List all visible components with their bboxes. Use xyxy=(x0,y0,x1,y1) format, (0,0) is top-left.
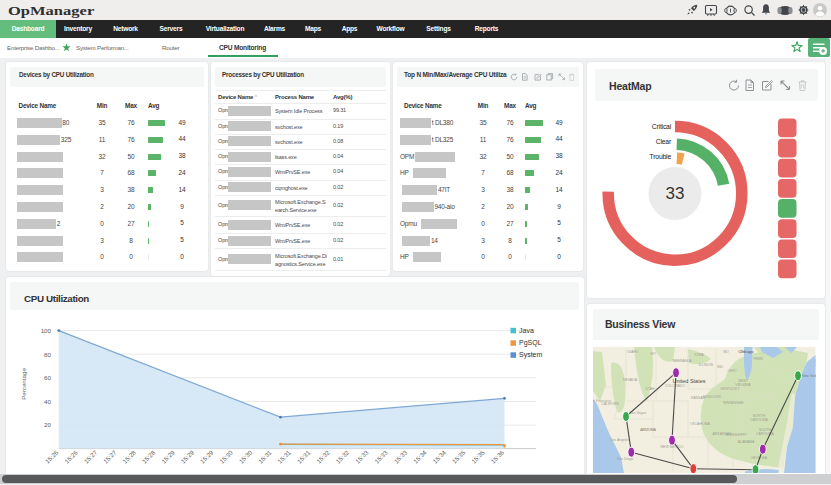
svg-text:100: 100 xyxy=(40,327,51,334)
svg-text:15:31: 15:31 xyxy=(256,449,272,465)
svg-text:PgSQL: PgSQL xyxy=(519,340,542,348)
svg-text:ILLINOIS: ILLINOIS xyxy=(699,363,714,367)
svg-text:15:34: 15:34 xyxy=(431,449,447,465)
svg-text:15:33: 15:33 xyxy=(353,449,369,465)
svg-text:15:35: 15:35 xyxy=(450,449,466,465)
svg-text:15:27: 15:27 xyxy=(82,449,98,465)
svg-text:Percentage: Percentage xyxy=(20,368,27,400)
svg-text:15:30: 15:30 xyxy=(218,449,234,465)
svg-text:KENTUCKY: KENTUCKY xyxy=(720,387,740,391)
svg-text:NEBRASKA: NEBRASKA xyxy=(672,359,692,363)
svg-text:20: 20 xyxy=(44,422,51,429)
svg-text:Java: Java xyxy=(519,327,534,334)
svg-text:OKLAHOMA: OKLAHOMA xyxy=(690,422,711,426)
svg-text:15:28: 15:28 xyxy=(140,449,156,465)
svg-text:15:31: 15:31 xyxy=(276,449,292,465)
svg-text:15:32: 15:32 xyxy=(314,449,330,465)
svg-text:IDAHO: IDAHO xyxy=(627,350,638,354)
svg-text:MO: MO xyxy=(723,350,729,354)
svg-text:OHIO: OHIO xyxy=(728,369,737,373)
svg-text:15:27: 15:27 xyxy=(101,449,117,465)
svg-text:33: 33 xyxy=(666,185,685,204)
svg-text:15:26: 15:26 xyxy=(63,449,79,465)
svg-text:PENN: PENN xyxy=(753,357,763,361)
svg-text:15:35: 15:35 xyxy=(469,449,485,465)
svg-text:15:36: 15:36 xyxy=(489,449,505,465)
svg-text:Chicago: Chicago xyxy=(738,349,754,354)
svg-text:United States: United States xyxy=(672,378,705,384)
svg-text:UTAH: UTAH xyxy=(645,387,655,391)
svg-text:MISSOURI: MISSOURI xyxy=(703,395,720,399)
svg-text:15:33: 15:33 xyxy=(373,449,389,465)
svg-text:15:29: 15:29 xyxy=(179,449,195,465)
svg-text:15:29: 15:29 xyxy=(198,449,214,465)
svg-text:System: System xyxy=(519,352,543,360)
svg-text:60: 60 xyxy=(44,374,51,381)
svg-text:40: 40 xyxy=(44,398,51,405)
svg-text:15:30: 15:30 xyxy=(237,449,253,465)
svg-text:15:28: 15:28 xyxy=(121,449,137,465)
svg-text:WY: WY xyxy=(650,352,656,356)
svg-text:15:29: 15:29 xyxy=(159,449,175,465)
svg-text:San Francisco: San Francisco xyxy=(593,399,611,403)
svg-text:IND: IND xyxy=(717,365,724,369)
svg-text:TENNESSEE: TENNESSEE xyxy=(722,401,744,405)
svg-text:15:31: 15:31 xyxy=(295,449,311,465)
svg-text:15:32: 15:32 xyxy=(334,449,350,465)
svg-text:MISSISSIPPI: MISSISSIPPI xyxy=(726,433,747,437)
svg-text:15:34: 15:34 xyxy=(411,449,427,465)
svg-text:NEVADA: NEVADA xyxy=(623,378,638,382)
svg-text:15:33: 15:33 xyxy=(392,449,408,465)
svg-text:IOWA: IOWA xyxy=(694,353,704,357)
svg-text:Los Angeles: Los Angeles xyxy=(610,438,629,442)
svg-text:ARIZONA: ARIZONA xyxy=(640,428,656,432)
svg-text:15:26: 15:26 xyxy=(43,449,59,465)
svg-text:New York: New York xyxy=(802,374,816,378)
svg-text:ALABAMA: ALABAMA xyxy=(738,440,755,444)
svg-text:80: 80 xyxy=(44,351,51,358)
